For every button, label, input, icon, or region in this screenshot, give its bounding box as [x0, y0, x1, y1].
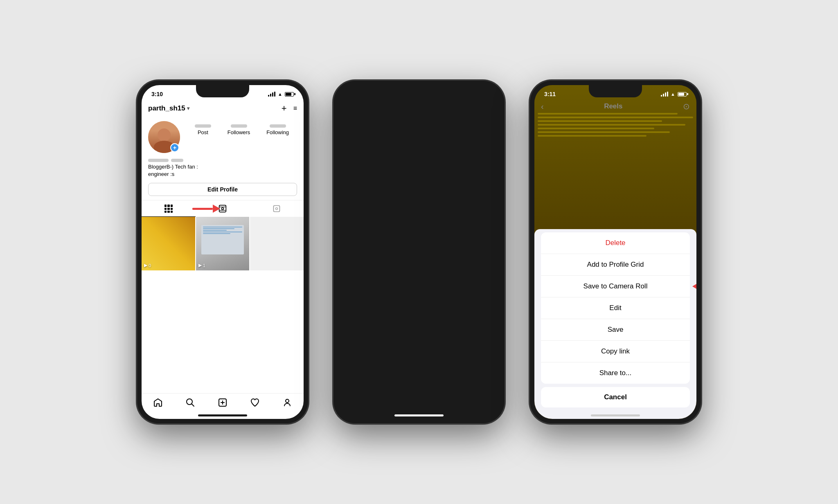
- profile-tabs: [142, 200, 304, 217]
- ig-username[interactable]: parth_sh15 ▾: [148, 104, 189, 112]
- post-grid: ▶0 ▶1: [142, 217, 304, 393]
- signal-icon: [661, 92, 668, 97]
- nav-add-icon[interactable]: [218, 398, 228, 407]
- post-1-play-count: ▶0: [144, 263, 151, 268]
- ig-header: parth_sh15 ▾ + ≡: [142, 100, 304, 118]
- wifi-icon: ▲: [671, 92, 675, 97]
- phone-1-screen: 3:10 ▲ parth_sh15 ▾: [142, 85, 304, 419]
- phone-2-notch: [392, 85, 446, 97]
- battery-icon: [678, 92, 687, 97]
- svg-rect-4: [274, 206, 280, 212]
- menu-card: Delete Add to Profile Grid Save to Camer…: [541, 232, 690, 384]
- tab-reels[interactable]: [196, 200, 250, 217]
- wifi-icon: ▲: [278, 92, 282, 97]
- ig-header-icons: + ≡: [282, 103, 297, 114]
- svg-line-7: [191, 404, 194, 407]
- bio-name-line: [148, 159, 297, 162]
- stats-row: Post Followers Following: [187, 121, 297, 135]
- laptop-lines: [201, 225, 244, 254]
- menu-item-save-to-camera-roll[interactable]: Save to Camera Roll: [541, 276, 690, 297]
- post-2-play-count: ▶1: [198, 263, 205, 268]
- nav-heart-icon[interactable]: [250, 398, 260, 407]
- phone-1: 3:10 ▲ parth_sh15 ▾: [137, 80, 309, 424]
- avatar-wrap: +: [148, 121, 180, 153]
- bio-text-2: engineer :s: [148, 171, 297, 178]
- signal-bar-2: [270, 94, 271, 97]
- profile-section: + Post Followers Following: [142, 118, 304, 156]
- phone-3-home-bar: [591, 414, 640, 416]
- nav-home-icon[interactable]: [153, 398, 163, 407]
- tab-grid[interactable]: [142, 200, 196, 217]
- battery-icon: [285, 92, 294, 97]
- signal-bar-4: [274, 92, 275, 97]
- nav-profile-icon[interactable]: [282, 398, 292, 407]
- post-count: [195, 124, 211, 128]
- phone-3-screen: 3:11 ▲ ‹ Reels ⊙: [534, 85, 696, 419]
- sb4: [667, 92, 668, 97]
- bio-pill-1: [148, 159, 169, 162]
- post-cell-3: [250, 217, 304, 270]
- nav-search-icon[interactable]: [185, 398, 195, 407]
- svg-rect-0: [219, 205, 226, 212]
- phone-3-status-icons: ▲: [661, 92, 687, 97]
- tagged-tab-icon: [273, 205, 281, 213]
- hamburger-icon[interactable]: ≡: [293, 105, 297, 112]
- back-icon[interactable]: ‹: [541, 102, 544, 111]
- stat-followers[interactable]: Followers: [228, 124, 250, 135]
- following-label: Following: [266, 129, 289, 135]
- menu-item-save[interactable]: Save: [541, 319, 690, 341]
- camera-roll-arrow: [692, 281, 696, 291]
- sb1: [661, 95, 662, 97]
- svg-point-11: [286, 399, 289, 403]
- menu-item-delete[interactable]: Delete: [541, 232, 690, 254]
- camera-icon[interactable]: ⊙: [683, 101, 690, 111]
- menu-item-copy-link[interactable]: Copy link: [541, 341, 690, 362]
- add-story-icon[interactable]: +: [170, 143, 179, 152]
- following-count: [270, 124, 286, 128]
- context-menu: Delete Add to Profile Grid Save to Camer…: [534, 229, 696, 419]
- menu-item-add-to-profile-grid[interactable]: Add to Profile Grid: [541, 254, 690, 276]
- reels-tab-icon: [219, 205, 227, 213]
- sb2: [663, 94, 664, 97]
- post-2-laptop-screen: [201, 225, 244, 254]
- profile-bio: BloggerB-) Tech fan : engineer :s: [142, 156, 304, 181]
- phone-2-home-bar: [394, 414, 444, 416]
- menu-item-share-to[interactable]: Share to...: [541, 362, 690, 384]
- phone-3-nav: ‹ Reels ⊙: [534, 100, 696, 115]
- post-cell-1[interactable]: ▶0: [142, 217, 195, 270]
- bio-pill-2: [171, 159, 183, 162]
- phone-3-notch: [589, 85, 642, 97]
- phone-1-home-bar: [198, 414, 247, 416]
- grid-icon: [164, 205, 173, 213]
- stat-posts: Post: [195, 124, 211, 135]
- signal-bar-3: [272, 92, 273, 97]
- signal-bar-1: [268, 95, 269, 97]
- add-post-icon[interactable]: +: [282, 103, 287, 114]
- svg-point-1: [222, 208, 224, 210]
- phone-3-title: Reels: [604, 102, 622, 110]
- arrow-head-left: [692, 281, 696, 291]
- phone-1-status-icons: ▲: [268, 92, 294, 97]
- followers-label: Followers: [228, 129, 250, 135]
- bio-text-1: BloggerB-) Tech fan :: [148, 163, 297, 171]
- phones-container: 3:10 ▲ parth_sh15 ▾: [0, 0, 838, 504]
- phone-3: 3:11 ▲ ‹ Reels ⊙: [529, 80, 701, 424]
- sb3: [665, 92, 666, 97]
- post-label: Post: [198, 129, 208, 135]
- svg-point-5: [276, 208, 278, 210]
- post-cell-2[interactable]: ▶1: [196, 217, 250, 270]
- cancel-button[interactable]: Cancel: [541, 387, 690, 407]
- tab-tagged[interactable]: [250, 200, 304, 217]
- phone-1-time: 3:10: [151, 91, 163, 97]
- stat-following[interactable]: Following: [266, 124, 289, 135]
- phone-1-notch: [196, 85, 249, 97]
- signal-icon: [268, 92, 275, 97]
- edit-profile-button[interactable]: Edit Profile: [148, 183, 297, 196]
- phone-3-time: 3:11: [544, 91, 556, 97]
- followers-count: [231, 124, 247, 128]
- phone-2: 3:10 ▲ ‹ Reels ⊙: [333, 80, 505, 424]
- menu-item-edit[interactable]: Edit: [541, 297, 690, 319]
- dropdown-icon: ▾: [187, 106, 189, 111]
